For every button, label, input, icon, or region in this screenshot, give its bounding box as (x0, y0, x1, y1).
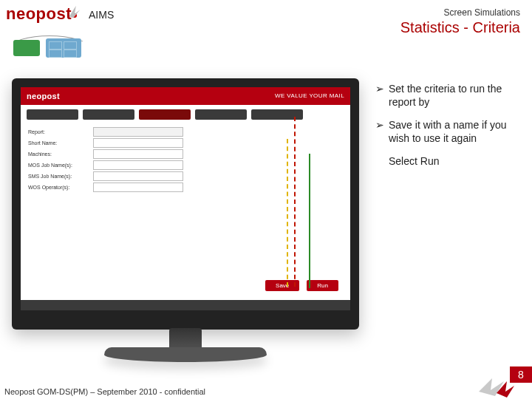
tab-dashboard[interactable] (27, 109, 78, 120)
bullet-item: ➢ Set the criteria to run the report by (375, 83, 522, 109)
bullet-item: ➢ Save it with a name if you wish to use… (375, 119, 522, 145)
footer-note: Neopost GOM-DS(PM) – September 2010 - co… (4, 387, 205, 396)
bullet-arrow-icon (375, 155, 389, 168)
flow-diagram-icon (4, 30, 93, 64)
bullet-arrow-icon: ➢ (375, 119, 389, 145)
mosjob-input[interactable] (93, 160, 183, 170)
bullet-arrow-icon: ➢ (375, 83, 389, 109)
machines-label: Machines: (28, 151, 93, 157)
breadcrumb: Statistics - Criteria (400, 19, 520, 36)
wosop-label: WOS Operator(s): (28, 185, 93, 190)
bullet-text: Set the criteria to run the report by (389, 83, 522, 109)
arrow-red-icon (294, 117, 297, 287)
bullet-text: Save it with a name if you wish to use i… (389, 119, 522, 145)
app-slogan: WE VALUE YOUR MAIL (275, 87, 344, 105)
bullet-item: Select Run (375, 155, 522, 168)
machines-input[interactable] (93, 149, 183, 159)
subtitle: Screen Simulations (400, 7, 520, 18)
product-name: AIMS (89, 9, 114, 21)
arrow-yellow-icon (287, 139, 290, 287)
mosjob-label: MOS Job Name(s): (28, 163, 93, 168)
tab-administration[interactable] (195, 109, 247, 120)
shortname-label: Short Name: (28, 140, 93, 146)
monitor-frame: neopost WE VALUE YOUR MAIL Report: Short… (12, 78, 359, 330)
app-footer (21, 300, 350, 310)
bullet-text: Select Run (389, 155, 522, 168)
tab-jobs[interactable] (83, 109, 134, 120)
shortname-input[interactable] (93, 138, 183, 148)
wosop-input[interactable] (93, 183, 183, 192)
logo-flare-icon (66, 3, 83, 19)
report-label: Report: (28, 129, 93, 134)
report-select[interactable] (93, 127, 183, 137)
arrow-green-icon (309, 154, 310, 288)
tab-statistics[interactable] (139, 109, 191, 120)
smsjob-label: SMS Job Name(s): (28, 174, 93, 179)
smsjob-input[interactable] (93, 171, 183, 181)
app-window: neopost WE VALUE YOUR MAIL Report: Short… (21, 87, 350, 310)
app-logo: neopost (27, 92, 60, 100)
footer-logo-icon (479, 377, 514, 398)
run-button[interactable]: Run (307, 280, 338, 291)
